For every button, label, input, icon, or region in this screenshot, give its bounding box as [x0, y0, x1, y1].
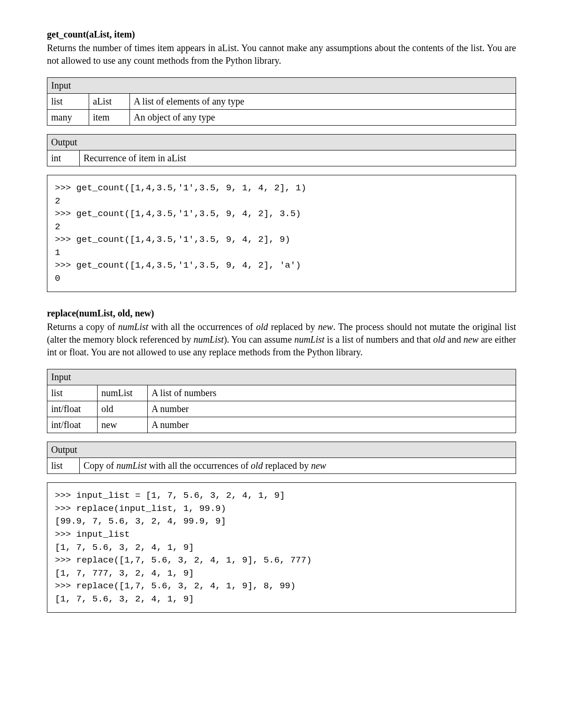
param-type: int/float — [47, 401, 98, 417]
output-header: Output — [47, 442, 516, 458]
input-header: Input — [47, 369, 516, 385]
code-example: >>> input_list = [1, 7, 5.6, 3, 2, 4, 1,… — [47, 482, 516, 613]
param-name: new — [98, 417, 148, 433]
table-row: list aList A list of elements of any typ… — [47, 94, 516, 110]
param-desc: A list of numbers — [148, 385, 516, 401]
return-type: int — [47, 150, 80, 166]
return-type: list — [47, 458, 80, 474]
param-name: item — [89, 110, 130, 126]
code-example: >>> get_count([1,4,3.5,'1',3.5, 9, 1, 4,… — [47, 175, 516, 292]
return-desc: Recurrence of item in aList — [80, 150, 516, 166]
return-desc: Copy of numList with all the occurrences… — [80, 458, 516, 474]
param-desc: A list of elements of any type — [130, 94, 516, 110]
param-desc: A number — [148, 417, 516, 433]
param-name: aList — [89, 94, 130, 110]
function-description: Returns the number of times item appears… — [47, 42, 516, 67]
param-desc: An object of any type — [130, 110, 516, 126]
input-table: Input list aList A list of elements of a… — [47, 77, 516, 126]
output-table: Output list Copy of numList with all the… — [47, 442, 516, 474]
function-heading: replace(numList, old, new) — [47, 307, 516, 320]
function-heading: get_count(aList, item) — [47, 28, 516, 41]
param-desc: A number — [148, 401, 516, 417]
param-name: numList — [98, 385, 148, 401]
table-row: list numList A list of numbers — [47, 385, 516, 401]
table-row: int/float old A number — [47, 401, 516, 417]
input-header: Input — [47, 78, 516, 94]
function-description: Returns a copy of numList with all the o… — [47, 321, 516, 359]
param-type: list — [47, 385, 98, 401]
param-name: old — [98, 401, 148, 417]
table-row: list Copy of numList with all the occurr… — [47, 458, 516, 474]
param-type: int/float — [47, 417, 98, 433]
input-table: Input list numList A list of numbers int… — [47, 369, 516, 433]
param-type: list — [47, 94, 89, 110]
output-table: Output int Recurrence of item in aList — [47, 134, 516, 166]
table-row: int/float new A number — [47, 417, 516, 433]
table-row: int Recurrence of item in aList — [47, 150, 516, 166]
output-header: Output — [47, 135, 516, 150]
param-type: many — [47, 110, 89, 126]
table-row: many item An object of any type — [47, 110, 516, 126]
